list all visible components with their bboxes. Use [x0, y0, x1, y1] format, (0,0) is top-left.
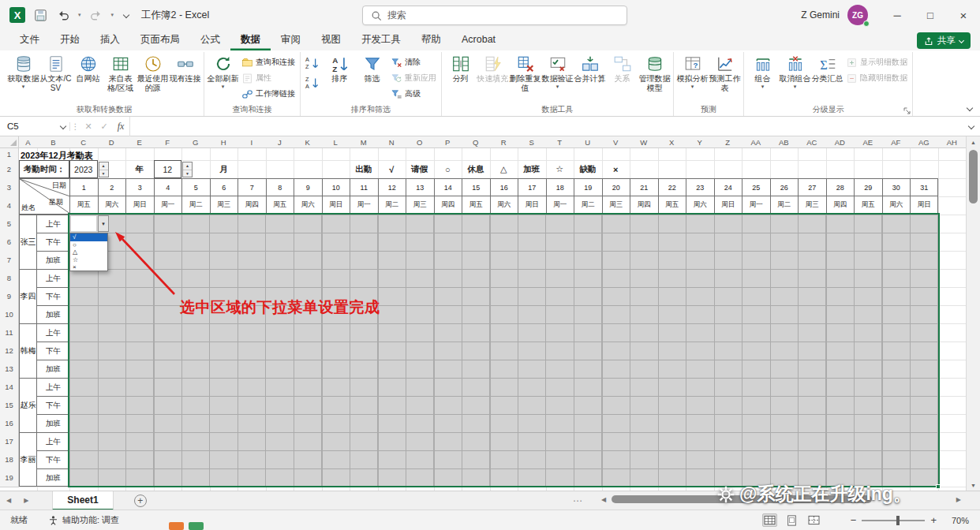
column-header-AE[interactable]: AE: [854, 136, 883, 148]
from-table-range-button[interactable]: 来自表格/区域: [104, 52, 137, 92]
undo-icon[interactable]: [55, 7, 71, 23]
cell-shift-17[interactable]: 上午: [37, 433, 69, 451]
row-header-18[interactable]: 18: [0, 450, 19, 469]
column-header-D[interactable]: D: [98, 136, 127, 148]
cell-weekday-9[interactable]: 周六: [294, 196, 323, 214]
advanced-filter-button[interactable]: 高级: [388, 86, 439, 102]
cell-weekday-12[interactable]: 周二: [379, 196, 407, 214]
column-header-X[interactable]: X: [658, 136, 687, 148]
column-header-B[interactable]: B: [37, 136, 70, 148]
cell-weekday-20[interactable]: 周三: [603, 196, 631, 214]
row-header-8[interactable]: 8: [0, 269, 19, 288]
cell-attendance-label[interactable]: 考勤时间：: [19, 160, 69, 178]
column-header-E[interactable]: E: [125, 136, 155, 148]
sheet-tab-sheet1[interactable]: Sheet1: [52, 491, 113, 510]
remove-duplicates-button[interactable]: 删除重复值: [509, 52, 541, 92]
cell-date-16[interactable]: 16: [491, 179, 519, 196]
tab-insert[interactable]: 插入: [90, 30, 130, 50]
page-layout-view-icon[interactable]: [784, 513, 799, 527]
cell-weekday-23[interactable]: 周六: [686, 196, 715, 214]
insert-function-icon[interactable]: fx: [112, 121, 129, 132]
cell-date-9[interactable]: 9: [294, 179, 323, 196]
cell-weekday-31[interactable]: 周日: [911, 196, 938, 214]
undo-dropdown-icon[interactable]: ▾: [78, 12, 81, 18]
row-header-14[interactable]: 14: [0, 378, 19, 397]
expand-formula-bar-icon[interactable]: [963, 124, 980, 129]
page-break-preview-icon[interactable]: [806, 513, 821, 527]
name-box[interactable]: C5: [0, 117, 57, 136]
column-header-AD[interactable]: AD: [826, 136, 855, 148]
tab-review[interactable]: 审阅: [271, 30, 311, 50]
cell-shift-19[interactable]: 加班: [37, 469, 69, 487]
cell-weekday-21[interactable]: 周四: [630, 196, 659, 214]
cell-shift-15[interactable]: 下午: [37, 397, 69, 415]
column-header-K[interactable]: K: [294, 136, 323, 148]
row-header-5[interactable]: 5: [0, 215, 19, 233]
from-text-csv-button[interactable]: 从文本/CSV: [39, 52, 72, 92]
dropdown-option-2[interactable]: ○: [70, 241, 107, 249]
column-header-R[interactable]: R: [490, 136, 519, 148]
scroll-right-icon[interactable]: ▶: [956, 496, 961, 503]
properties-button[interactable]: 属性: [239, 70, 297, 86]
vertical-scrollbar[interactable]: ▲ ▼: [966, 136, 980, 491]
cell-employee-韩梅[interactable]: 韩梅: [20, 324, 37, 379]
cell-employee-赵乐[interactable]: 赵乐: [20, 379, 37, 433]
get-data-button[interactable]: 获取数据▾: [7, 52, 39, 90]
cell-weekday-15[interactable]: 周五: [462, 196, 491, 214]
cell-shift-5[interactable]: 上午: [37, 215, 69, 233]
dropdown-option-4[interactable]: ☆: [70, 256, 107, 264]
cell-date-30[interactable]: 30: [883, 179, 911, 196]
tab-file[interactable]: 文件: [9, 30, 50, 50]
cell-weekday-1[interactable]: 周五: [70, 196, 99, 214]
column-header-C[interactable]: C: [69, 136, 99, 148]
sheet-nav-left-icon[interactable]: ◀: [0, 497, 17, 504]
existing-connections-button[interactable]: 现有连接: [169, 52, 201, 84]
cell-weekday-17[interactable]: 周日: [518, 196, 547, 214]
cell-weekday-26[interactable]: 周二: [771, 196, 799, 214]
data-validation-button[interactable]: 数据验证▾: [541, 52, 574, 90]
tab-data[interactable]: 数据: [230, 30, 271, 50]
year-spinner[interactable]: ▲▼: [99, 162, 109, 177]
sheet-nav-right-icon[interactable]: ▶: [17, 497, 35, 504]
column-header-AG[interactable]: AG: [910, 136, 939, 148]
column-header-L[interactable]: L: [322, 136, 351, 148]
cell-date-23[interactable]: 23: [686, 179, 715, 196]
cell-weekday-30[interactable]: 周六: [883, 196, 911, 214]
cell-employee-李丽[interactable]: 李丽: [20, 433, 37, 487]
cell-date-7[interactable]: 7: [238, 179, 267, 196]
cell-date-25[interactable]: 25: [742, 179, 771, 196]
flash-fill-button[interactable]: 快速填充: [477, 52, 509, 84]
scroll-left-icon[interactable]: ◀: [601, 496, 606, 503]
name-box-dropdown-icon[interactable]: [57, 124, 69, 129]
cell-weekday-19[interactable]: 周二: [574, 196, 603, 214]
workbook-links-button[interactable]: 工作簿链接: [239, 86, 297, 102]
confirm-entry-icon[interactable]: ✓: [96, 121, 112, 132]
row-header-4[interactable]: 4: [0, 196, 19, 215]
cell-shift-9[interactable]: 下午: [37, 288, 69, 306]
recent-sources-button[interactable]: 最近使用的源: [137, 52, 169, 92]
cell-weekday-4[interactable]: 周一: [155, 196, 183, 214]
cell-weekday-5[interactable]: 周二: [182, 196, 211, 214]
cell-date-19[interactable]: 19: [574, 179, 603, 196]
cell-weekday-25[interactable]: 周一: [742, 196, 771, 214]
relationships-button[interactable]: 关系: [606, 52, 638, 84]
dropdown-option-3[interactable]: △: [70, 248, 107, 256]
group-button[interactable]: 组合▾: [746, 52, 779, 90]
cell-date-14[interactable]: 14: [435, 179, 463, 196]
from-web-button[interactable]: 自网站: [72, 52, 104, 84]
sheet-bar-more-icon[interactable]: ⋯: [573, 495, 582, 506]
cell-weekday-13[interactable]: 周三: [406, 196, 435, 214]
hide-detail-button[interactable]: 隐藏明细数据: [843, 70, 910, 86]
cell-shift-7[interactable]: 加班: [37, 252, 69, 270]
tab-view[interactable]: 视图: [311, 30, 351, 50]
column-header-P[interactable]: P: [434, 136, 463, 148]
cell-shift-18[interactable]: 下午: [37, 451, 69, 469]
sort-button[interactable]: AZ排序: [324, 52, 356, 84]
normal-view-icon[interactable]: [762, 513, 777, 527]
zoom-in-icon[interactable]: +: [930, 514, 937, 526]
cell-date-15[interactable]: 15: [462, 179, 491, 196]
close-button[interactable]: ×: [947, 0, 980, 30]
month-spinner[interactable]: ▲▼: [182, 162, 193, 177]
redo-icon[interactable]: [88, 7, 104, 23]
sort-ascending-button[interactable]: AZ: [305, 55, 322, 73]
